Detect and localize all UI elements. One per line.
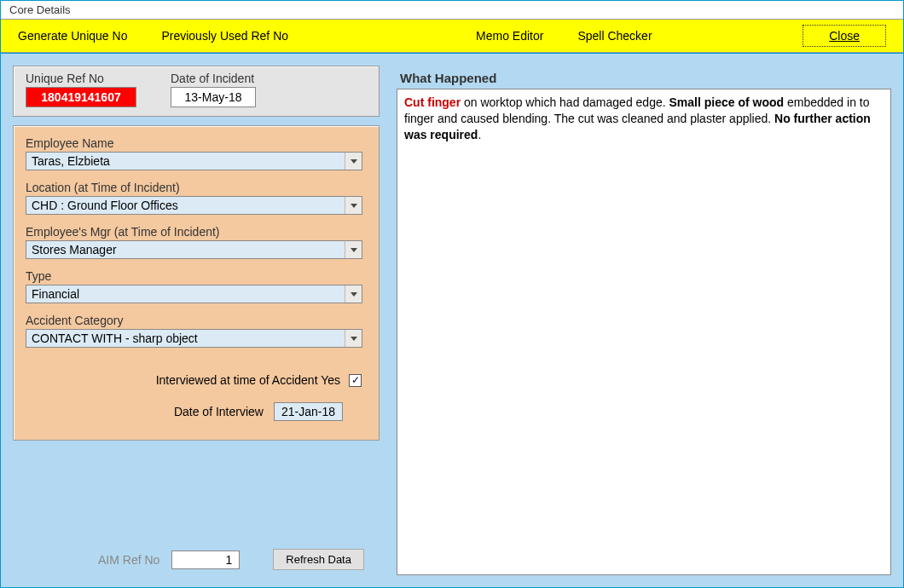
- interviewed-checkbox[interactable]: ✓: [349, 374, 362, 387]
- chevron-down-icon: [345, 285, 362, 303]
- unique-ref-label: Unique Ref No: [26, 72, 136, 85]
- employee-name-dropdown[interactable]: Taras, Elzbieta: [26, 152, 362, 170]
- manager-label: Employee's Mgr (at Time of Incident): [26, 225, 367, 239]
- toolbar: Generate Unique No Previously Used Ref N…: [1, 19, 903, 53]
- location-dropdown[interactable]: CHD : Ground Floor Offices: [26, 196, 362, 215]
- location-label: Location (at Time of Incident): [26, 181, 367, 194]
- manager-value: Stores Manager: [26, 241, 345, 258]
- details-form-panel: Employee Name Taras, Elzbieta Location (…: [13, 125, 380, 441]
- aim-ref-input[interactable]: 1: [171, 551, 240, 569]
- memo-segment: Cut finger: [404, 95, 461, 109]
- accident-category-label: Accident Category: [26, 314, 367, 327]
- type-label: Type: [26, 269, 367, 283]
- chevron-down-icon: [345, 241, 362, 258]
- memo-editor-button[interactable]: Memo Editor: [476, 29, 543, 43]
- refresh-data-button[interactable]: Refresh Data: [273, 549, 364, 570]
- what-happened-textarea[interactable]: Cut finger on worktop which had damaged …: [397, 89, 891, 575]
- type-value: Financial: [26, 285, 345, 303]
- incident-date-value: 13-May-18: [171, 87, 256, 107]
- interviewed-label: Interviewed at time of Accident Yes: [156, 373, 340, 387]
- accident-category-value: CONTACT WITH - sharp object: [26, 330, 345, 347]
- interview-date-label: Date of Interview: [174, 405, 264, 418]
- employee-name-label: Employee Name: [26, 136, 367, 150]
- memo-segment: Small piece of wood: [669, 95, 785, 109]
- location-value: CHD : Ground Floor Offices: [26, 197, 345, 214]
- chevron-down-icon: [345, 330, 362, 347]
- reference-panel: Unique Ref No 180419141607 Date of Incid…: [13, 66, 380, 117]
- memo-segment: .: [478, 128, 481, 141]
- spell-checker-button[interactable]: Spell Checker: [577, 29, 652, 43]
- close-button[interactable]: Close: [803, 25, 886, 47]
- check-icon: ✓: [351, 374, 360, 386]
- accident-category-dropdown[interactable]: CONTACT WITH - sharp object: [26, 329, 362, 348]
- type-dropdown[interactable]: Financial: [26, 285, 362, 303]
- manager-dropdown[interactable]: Stores Manager: [26, 240, 362, 259]
- generate-unique-no-button[interactable]: Generate Unique No: [18, 29, 127, 43]
- previously-used-ref-button[interactable]: Previously Used Ref No: [161, 29, 288, 43]
- chevron-down-icon: [345, 153, 362, 170]
- unique-ref-value: 180419141607: [26, 87, 136, 107]
- memo-segment: on worktop which had damaged edge.: [461, 95, 669, 109]
- window-title: Core Details: [1, 1, 903, 19]
- what-happened-title: What Happened: [400, 71, 891, 85]
- interview-date-field[interactable]: 21-Jan-18: [274, 402, 343, 421]
- chevron-down-icon: [345, 197, 362, 214]
- incident-date-label: Date of Incident: [171, 72, 256, 85]
- employee-name-value: Taras, Elzbieta: [26, 153, 345, 170]
- aim-ref-label: AIM Ref No: [98, 553, 159, 567]
